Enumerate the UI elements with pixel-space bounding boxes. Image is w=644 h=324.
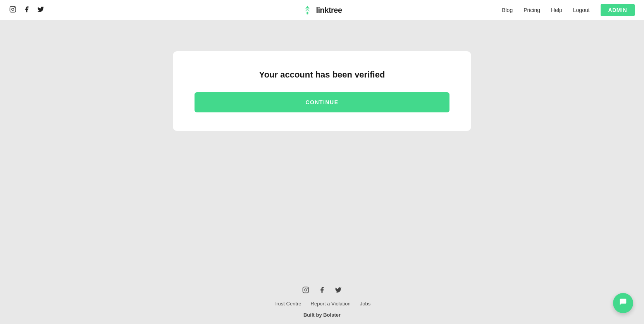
header-social-icons [9, 6, 44, 15]
footer-twitter-icon[interactable] [335, 286, 342, 295]
footer-social-icons [302, 286, 342, 295]
footer-facebook-icon[interactable] [319, 286, 325, 295]
built-by-text: Built by Bolster [303, 312, 341, 318]
footer: Trust Centre Report a Violation Jobs Bui… [0, 274, 644, 324]
verification-card: Your account has been verified CONTINUE [173, 51, 471, 131]
svg-rect-5 [303, 287, 309, 293]
logo-text: linktree [316, 6, 342, 15]
verification-title: Your account has been verified [259, 70, 385, 80]
chat-bubble-button[interactable] [613, 293, 633, 313]
trust-centre-link[interactable]: Trust Centre [274, 301, 301, 307]
facebook-icon[interactable] [23, 6, 30, 15]
footer-instagram-icon[interactable] [302, 286, 309, 295]
main-content: Your account has been verified CONTINUE [0, 20, 644, 274]
instagram-icon[interactable] [9, 6, 16, 15]
svg-rect-4 [307, 12, 308, 14]
report-violation-link[interactable]: Report a Violation [311, 301, 351, 307]
admin-button[interactable]: ADMIN [601, 4, 635, 16]
continue-button[interactable]: CONTINUE [195, 92, 449, 112]
svg-rect-0 [10, 6, 16, 12]
jobs-link[interactable]: Jobs [360, 301, 370, 307]
footer-links: Trust Centre Report a Violation Jobs [274, 301, 370, 307]
logo[interactable]: linktree [302, 5, 342, 16]
twitter-icon[interactable] [37, 6, 44, 15]
chat-icon [619, 298, 627, 308]
svg-marker-3 [305, 9, 310, 12]
pricing-link[interactable]: Pricing [523, 7, 540, 13]
blog-link[interactable]: Blog [502, 7, 513, 13]
header: linktree Blog Pricing Help Logout ADMIN [0, 0, 644, 20]
header-nav: Blog Pricing Help Logout ADMIN [502, 4, 635, 16]
logout-link[interactable]: Logout [573, 7, 590, 13]
logo-icon [302, 5, 313, 16]
help-link[interactable]: Help [551, 7, 562, 13]
